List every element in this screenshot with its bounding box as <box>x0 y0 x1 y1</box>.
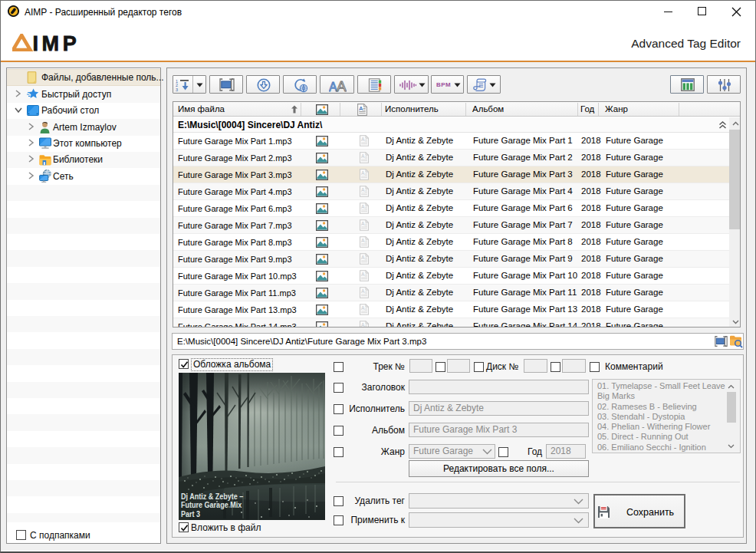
svg-text:IMP: IMP <box>33 34 81 51</box>
svg-text:A: A <box>337 78 347 92</box>
svg-text:3: 3 <box>176 87 178 92</box>
